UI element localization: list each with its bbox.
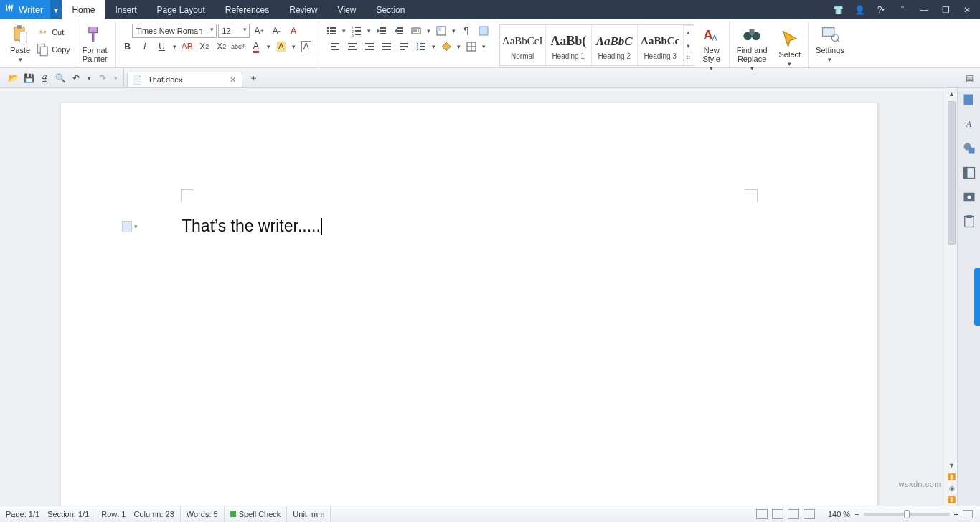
save-icon[interactable]: 💾 bbox=[23, 72, 34, 84]
shrink-font-button[interactable]: A- bbox=[268, 24, 284, 38]
borders-button[interactable] bbox=[433, 24, 449, 38]
view-print-layout-icon[interactable] bbox=[756, 509, 768, 519]
open-icon[interactable]: 📂 bbox=[7, 72, 19, 84]
phonetic-guide-button[interactable]: abc拼 bbox=[231, 39, 247, 54]
underline-button[interactable]: U bbox=[154, 39, 170, 54]
format-painter-button[interactable]: Format Painter bbox=[80, 23, 110, 65]
minimize-ribbon-icon[interactable]: ˄ bbox=[897, 4, 908, 16]
line-spacing-button[interactable] bbox=[413, 39, 429, 54]
shading-button[interactable] bbox=[438, 39, 454, 54]
style-heading-3[interactable]: AaBbCc Heading 3 bbox=[638, 25, 684, 65]
settings-dropdown-icon[interactable]: ▾ bbox=[826, 56, 833, 63]
side-shapes-icon[interactable] bbox=[962, 141, 976, 156]
style-expand-icon[interactable]: ⠿ bbox=[684, 52, 694, 65]
user-icon[interactable]: 👤 bbox=[854, 4, 865, 16]
window-restore-icon[interactable]: ❐ bbox=[940, 4, 951, 16]
zoom-slider-thumb[interactable] bbox=[904, 510, 910, 518]
grow-font-button[interactable]: A+ bbox=[251, 24, 267, 38]
highlight-button[interactable]: A bbox=[273, 39, 289, 54]
paragraph-dropdown-icon[interactable]: ▾ bbox=[134, 223, 138, 230]
side-navigation-icon[interactable] bbox=[962, 166, 976, 180]
settings-button[interactable]: Settings ▾ bbox=[813, 23, 847, 65]
numbering-button[interactable]: 123 bbox=[349, 24, 364, 38]
strikethrough-button[interactable]: AB bbox=[179, 39, 195, 54]
numbering-dropdown-icon[interactable]: ▾ bbox=[366, 27, 372, 34]
highlight-dropdown-icon[interactable]: ▾ bbox=[291, 43, 297, 50]
menu-page-layout[interactable]: Page Layout bbox=[146, 0, 215, 19]
select-button[interactable]: Select ▾ bbox=[776, 23, 804, 73]
view-fullscreen-icon[interactable] bbox=[804, 509, 815, 519]
print-preview-icon[interactable]: 🔍 bbox=[55, 72, 66, 84]
zoom-out-icon[interactable]: − bbox=[854, 510, 859, 518]
zoom-slider[interactable] bbox=[864, 513, 950, 516]
side-styles-icon[interactable]: A bbox=[962, 117, 976, 131]
undo-dropdown-icon[interactable]: ▾ bbox=[86, 75, 93, 82]
new-style-dropdown-icon[interactable]: ▾ bbox=[708, 65, 715, 72]
paragraph-marks-button[interactable]: ¶ bbox=[458, 24, 474, 38]
borders-dropdown-icon[interactable]: ▾ bbox=[451, 27, 457, 34]
font-color-button[interactable]: A bbox=[248, 39, 264, 54]
select-dropdown-icon[interactable]: ▾ bbox=[786, 60, 793, 67]
redo-icon[interactable]: ↷ bbox=[97, 72, 108, 84]
align-distribute-button[interactable] bbox=[396, 39, 412, 54]
side-panel-handle[interactable] bbox=[974, 268, 980, 326]
paragraph-marker[interactable]: ▾ bbox=[122, 221, 138, 232]
scroll-down-icon[interactable]: ▼ bbox=[946, 460, 957, 471]
subscript-button[interactable]: X2 bbox=[214, 39, 230, 54]
document-tab[interactable]: 📄 That.docx ✕ bbox=[127, 72, 242, 87]
style-scroll-down-icon[interactable]: ▾ bbox=[684, 39, 694, 52]
underline-dropdown-icon[interactable]: ▾ bbox=[171, 43, 178, 50]
document-body-text[interactable]: That’s the writer..... bbox=[182, 217, 322, 236]
zoom-fit-icon[interactable] bbox=[963, 510, 973, 518]
cut-button[interactable]: ✂ Cut bbox=[36, 24, 70, 40]
scroll-up-icon[interactable]: ▲ bbox=[946, 88, 957, 100]
new-style-button[interactable]: AA New Style ▾ bbox=[699, 23, 725, 73]
menu-insert[interactable]: Insert bbox=[105, 0, 146, 19]
tab-options-icon[interactable]: ▤ bbox=[961, 70, 977, 86]
zoom-value[interactable]: 140 % bbox=[828, 510, 850, 518]
vertical-scrollbar[interactable]: ▲ ▼ ⏫ ◉ ⏬ bbox=[946, 88, 957, 506]
align-left-button[interactable] bbox=[327, 39, 343, 54]
menu-home[interactable]: Home bbox=[62, 0, 105, 19]
window-close-icon[interactable]: ✕ bbox=[961, 4, 973, 16]
decrease-indent-button[interactable] bbox=[374, 24, 390, 38]
copy-button[interactable]: Copy bbox=[36, 42, 70, 57]
bullets-button[interactable] bbox=[324, 24, 339, 38]
style-normal[interactable]: AaBbCcI Normal bbox=[500, 25, 546, 65]
paste-dropdown-icon[interactable]: ▾ bbox=[17, 56, 24, 63]
font-color-dropdown-icon[interactable]: ▾ bbox=[265, 43, 272, 50]
align-justify-button[interactable] bbox=[379, 39, 395, 54]
side-properties-icon[interactable] bbox=[962, 92, 976, 107]
status-spellcheck[interactable]: Spell Check bbox=[225, 506, 288, 522]
bold-button[interactable]: B bbox=[120, 39, 136, 54]
window-minimize-icon[interactable]: — bbox=[918, 4, 930, 16]
document-canvas[interactable]: ▾ That’s the writer..... wsxdn.com bbox=[0, 88, 946, 506]
view-web-layout-icon[interactable] bbox=[772, 509, 783, 519]
char-border-button[interactable]: A bbox=[298, 39, 314, 54]
line-spacing-dropdown-icon[interactable]: ▾ bbox=[430, 43, 437, 50]
browse-object-icon[interactable]: ◉ bbox=[946, 483, 957, 494]
table-borders-button[interactable] bbox=[463, 39, 479, 54]
paste-button[interactable]: Paste ▾ bbox=[7, 23, 33, 65]
find-replace-button[interactable]: Find and Replace ▾ bbox=[734, 23, 771, 73]
prev-page-icon[interactable]: ⏫ bbox=[946, 471, 957, 483]
menu-review[interactable]: Review bbox=[279, 0, 327, 19]
side-backup-icon[interactable] bbox=[962, 190, 976, 204]
increase-indent-button[interactable] bbox=[391, 24, 407, 38]
align-right-button[interactable] bbox=[362, 39, 377, 54]
view-outline-icon[interactable] bbox=[788, 509, 799, 519]
clear-formatting-button[interactable]: A̶ bbox=[286, 24, 301, 38]
help-icon[interactable]: ?▾ bbox=[875, 4, 887, 16]
find-replace-dropdown-icon[interactable]: ▾ bbox=[749, 65, 755, 72]
menu-references[interactable]: References bbox=[215, 0, 279, 19]
style-heading-1[interactable]: AaBb( Heading 1 bbox=[546, 25, 592, 65]
tab-dropdown-icon[interactable]: ▾ bbox=[425, 27, 432, 34]
menu-section[interactable]: Section bbox=[366, 0, 415, 19]
shading-dropdown-icon[interactable]: ▾ bbox=[456, 43, 462, 50]
italic-button[interactable]: I bbox=[137, 39, 153, 54]
superscript-button[interactable]: X2 bbox=[197, 39, 212, 54]
zoom-in-icon[interactable]: + bbox=[954, 510, 958, 518]
style-scroll-up-icon[interactable]: ▴ bbox=[684, 25, 694, 39]
align-center-button[interactable] bbox=[344, 39, 360, 54]
bullets-dropdown-icon[interactable]: ▾ bbox=[341, 27, 347, 34]
